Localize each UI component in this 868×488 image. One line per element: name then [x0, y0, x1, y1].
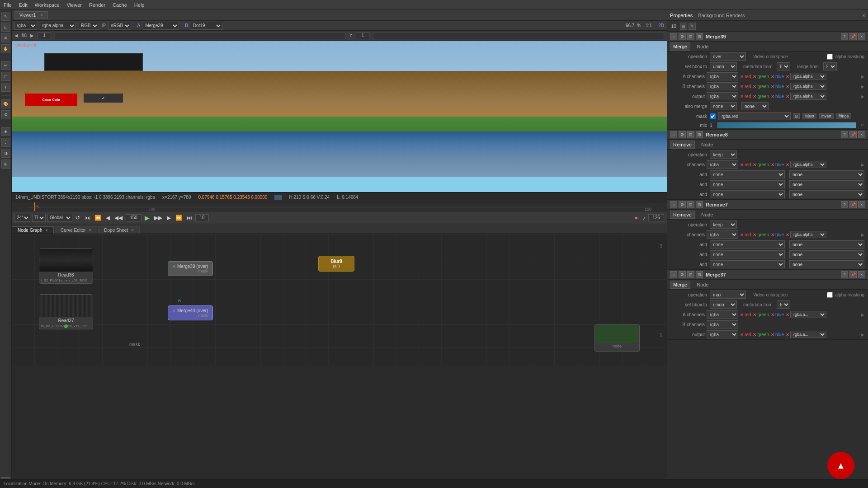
merge39-b-green-x[interactable]: ✕	[753, 84, 756, 89]
tf-select[interactable]: TF	[32, 214, 46, 222]
panel-remove7-pin[interactable]: 📌	[849, 201, 857, 208]
prop-toolbar-btn1[interactable]: ⊞	[680, 23, 687, 30]
remove7-and1-select[interactable]: none	[710, 240, 785, 249]
merge39-mask-check[interactable]	[710, 113, 716, 119]
playback-start-input[interactable]	[126, 214, 142, 221]
remove8-and1-select[interactable]: none	[710, 170, 785, 178]
remove7-alpha-x[interactable]: ✕	[786, 232, 789, 237]
merge37-out-alpha-x[interactable]: ✕	[786, 332, 789, 337]
merge39-out-red-x[interactable]: ✕	[740, 94, 744, 99]
remove8-green-x[interactable]: ✕	[753, 162, 756, 167]
prop-toolbar-btn2[interactable]: ✎	[689, 23, 696, 30]
remove8-alpha-x[interactable]: ✕	[786, 162, 789, 167]
btn-audio[interactable]: ♪	[641, 215, 646, 221]
menu-cache[interactable]: Cache	[113, 2, 127, 8]
node-read37[interactable]: Read37 i5_02_PL001a_ren_v11_OP_beauty.01…	[39, 294, 93, 329]
panel-merge37-pin[interactable]: 📌	[849, 271, 857, 278]
merge39-meta-select[interactable]: B	[777, 62, 790, 70]
node-read36[interactable]: Read36 i_02_PL001a_ren_v09_BOX_beauty.01…	[39, 249, 93, 284]
panel-remove8-header[interactable]: ○ ⚙ ⊡ ⊞ Remove8 ? 📌 ×	[667, 130, 868, 140]
merge37-out-green-x[interactable]: ✕	[753, 332, 756, 337]
remove7-and3-select[interactable]: none	[710, 260, 785, 268]
remove8-and3-select2[interactable]: none	[789, 190, 864, 198]
merge39-a-expand[interactable]: ▶	[861, 74, 864, 79]
node-blur8[interactable]: Blur8 (all)	[318, 256, 354, 272]
merge39-b-expand[interactable]: ▶	[861, 84, 864, 89]
rgba-select[interactable]: rgba	[14, 22, 37, 30]
merge39-a-alpha-select[interactable]: rgba.alpha	[790, 73, 826, 80]
tab-dope-sheet-close[interactable]: ×	[131, 228, 134, 233]
panel-remove7-btn1[interactable]: ○	[670, 201, 677, 208]
merge39-b-red-x[interactable]: ✕	[740, 84, 744, 89]
panel-merge37-btn4[interactable]: ⊞	[696, 271, 703, 278]
merge39-a-blue-x[interactable]: ✕	[771, 74, 774, 79]
btn-play-fwd[interactable]: ▶▶	[153, 215, 164, 221]
merge37-out-select[interactable]: rgba	[707, 330, 738, 338]
merge39-b-ch-select[interactable]: rgba	[707, 82, 738, 90]
panel-merge39-btn3[interactable]: ⊡	[687, 33, 694, 40]
merge39-bbox-select[interactable]: union	[710, 62, 737, 70]
merge37-out-expand[interactable]: ▶	[861, 332, 864, 337]
subtab-remove8-node[interactable]: Node	[698, 141, 716, 148]
merge39-b-blue-x[interactable]: ✕	[771, 84, 774, 89]
global-select[interactable]: Global	[47, 214, 72, 222]
btn-skip-end[interactable]: ⏭	[185, 215, 193, 221]
tool-draw[interactable]: ✏	[1, 61, 10, 70]
remove8-alpha-select[interactable]: rgba.alpha	[790, 161, 826, 168]
merge39-out-expand[interactable]: ▶	[861, 94, 864, 99]
merge37-op-select[interactable]: max	[710, 291, 746, 299]
panel-merge39-pin[interactable]: 📌	[849, 33, 857, 40]
panel-merge39-btn2[interactable]: ⚙	[679, 33, 686, 40]
remove7-and3-select2[interactable]: none	[789, 260, 864, 268]
remove7-and1-select2[interactable]: none	[789, 240, 864, 249]
remove8-blue-x[interactable]: ✕	[771, 162, 774, 167]
remove7-expand[interactable]: ▶	[861, 232, 864, 237]
panel-merge37-btn2[interactable]: ⚙	[679, 271, 686, 278]
panel-remove7-btn4[interactable]: ⊞	[696, 201, 703, 208]
tab-bg-renders[interactable]: Background Renders	[698, 13, 745, 18]
remove7-op-select[interactable]: keep	[710, 221, 737, 229]
menu-edit[interactable]: Edit	[19, 2, 28, 8]
merge39-out-select[interactable]: rgba	[707, 92, 738, 100]
merge37-bbox-select[interactable]: union	[710, 300, 737, 309]
merge39-mask-btn1[interactable]: ⊡	[793, 113, 800, 119]
subtab-merge37-node[interactable]: Node	[694, 281, 711, 288]
panel-remove8-btn2[interactable]: ⚙	[679, 131, 686, 138]
merge39-mask-select[interactable]: rgba.red	[718, 112, 791, 120]
tool-text[interactable]: T	[1, 83, 10, 92]
color-model-select[interactable]: RGB	[79, 22, 99, 30]
subtab-merge39-merge[interactable]: Merge	[670, 42, 690, 51]
panel-merge37-btn3[interactable]: ⊡	[687, 271, 694, 278]
menu-render[interactable]: Render	[89, 2, 105, 8]
merge37-out-red-x[interactable]: ✕	[740, 332, 744, 337]
merge39-mix-slider[interactable]	[717, 122, 856, 128]
tab-dope-sheet[interactable]: Dope Sheet ×	[98, 226, 139, 234]
tool-pan[interactable]: ✋	[1, 44, 10, 53]
btn-step-fwd[interactable]: ▶	[165, 215, 172, 221]
merge39-out-alpha-select[interactable]: rgba.alpha	[790, 93, 826, 100]
merge39-invert-btn[interactable]: invert	[819, 113, 834, 119]
alpha-select[interactable]: rgba.alpha	[40, 22, 76, 30]
panel-remove8-pin[interactable]: 📌	[849, 131, 857, 138]
merge39-b-alpha-select[interactable]: rgba.alpha	[790, 83, 826, 90]
step-input[interactable]	[195, 214, 209, 221]
panel-merge39-close[interactable]: ×	[858, 33, 865, 40]
menu-workspace[interactable]: Workspace	[35, 2, 60, 8]
remove7-ch-select[interactable]: rgba	[707, 230, 738, 239]
merge39-a-ch-select[interactable]: rgba	[707, 72, 738, 80]
viewer-tab[interactable]: Viewer1 ×	[14, 11, 48, 19]
btn-prev-key[interactable]: ⏪	[93, 215, 103, 221]
merge37-a-alpha-x[interactable]: ✕	[786, 312, 789, 317]
merge39-out-green-x[interactable]: ✕	[753, 94, 756, 99]
merge37-b-ch-select[interactable]: rgba	[707, 320, 738, 328]
remove7-and2-select2[interactable]: none	[789, 250, 864, 258]
view-2d[interactable]: 2D	[658, 23, 664, 28]
merge37-out-blue-x[interactable]: ✕	[771, 332, 774, 337]
btn-skip-start[interactable]: ⏮	[83, 215, 91, 221]
panel-merge39-header[interactable]: ○ ⚙ ⊡ ⊞ merge39 ? 📌 ×	[667, 32, 868, 42]
remove8-red-x[interactable]: ✕	[740, 162, 744, 167]
merge39-out-blue-x[interactable]: ✕	[771, 94, 774, 99]
panel-merge37-close[interactable]: ×	[858, 271, 865, 278]
panel-merge39-btn1[interactable]: ○	[670, 33, 677, 40]
remove8-and2-select2[interactable]: none	[789, 180, 864, 188]
